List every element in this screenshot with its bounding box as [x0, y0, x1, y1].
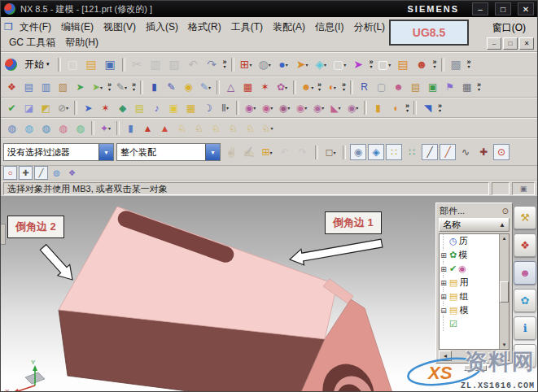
sketch-curve-icon[interactable]: ◩	[37, 99, 55, 116]
rectangle-select-icon[interactable]: ◻▾	[322, 144, 339, 160]
selection-scope-dropdown[interactable]: 整个装配 ▾	[116, 143, 221, 161]
constraint-gear-icon[interactable]: ✿▾	[273, 79, 291, 96]
assembly-navigator-tab[interactable]: ⚒	[514, 206, 536, 229]
synchronous-4-icon[interactable]: ♘	[225, 120, 242, 137]
synchronous-1-icon[interactable]: ♘	[173, 120, 190, 137]
part-navigator-row[interactable]: ⊞✔◉	[443, 262, 499, 276]
announce-horn-icon[interactable]: ◖▾	[323, 79, 340, 96]
snap-point-plus-icon[interactable]: ⊞▾	[259, 144, 275, 160]
chevron-down-icon[interactable]: ▾	[98, 144, 113, 160]
note-doc-icon[interactable]: ▢	[373, 79, 390, 96]
recipe-r-icon[interactable]: R	[356, 79, 373, 96]
cut-icon[interactable]: ✂	[128, 55, 147, 74]
reuse-library-icon[interactable]: ▤	[394, 55, 413, 74]
doc-restore-button[interactable]: □	[503, 37, 518, 50]
menu-analysis[interactable]: 分析(L)	[348, 20, 390, 35]
open-file-icon[interactable]: ▤	[82, 55, 101, 74]
part-navigator-row[interactable]: ⊞▤用	[443, 276, 499, 290]
window-layout-icon[interactable]: ⊞▾	[237, 55, 256, 74]
datum-triangle-icon[interactable]: △	[222, 79, 239, 96]
menu-file[interactable]: 文件(F)	[15, 20, 56, 35]
part-navigator-tab[interactable]: ☻	[514, 261, 536, 285]
new-sheet-icon[interactable]: ▢▾	[375, 55, 394, 74]
part-navigator-row[interactable]: ◷历	[443, 234, 499, 248]
no-selection-filter-icon[interactable]: ⊘▾	[55, 99, 72, 116]
pad-feature-icon[interactable]: ◉▾	[293, 99, 310, 116]
part-navigator-row[interactable]: ☑	[443, 317, 499, 331]
assembly-arrange-icon[interactable]: ➤▾	[89, 79, 106, 96]
name-column-header[interactable]: 名称 ▲	[439, 218, 510, 232]
snap-line1-toggle-icon[interactable]: ╱	[422, 144, 438, 160]
part-navigator-row[interactable]: ⊞▤组	[443, 290, 499, 303]
sweep-brush-icon[interactable]: ✎▾	[197, 79, 214, 96]
overflow-chevron-icon[interactable]: »▾	[477, 82, 481, 92]
user-role-icon[interactable]: ☻	[413, 55, 431, 74]
layer-stack-icon[interactable]: ▤	[407, 79, 424, 96]
select-hand-icon[interactable]: ✍	[241, 144, 257, 160]
snap-sphere-toggle-icon[interactable]: ◉	[350, 144, 366, 160]
prev-selection-icon[interactable]: ↶	[277, 144, 293, 160]
menu-tools[interactable]: 工具(T)	[226, 20, 268, 35]
flask-red1-icon[interactable]: ▲	[139, 120, 156, 137]
line-segment-tool-icon[interactable]: ╱	[34, 166, 48, 180]
start-button[interactable]: 开始▾	[19, 55, 55, 74]
menu-assemblies[interactable]: 装配(A)	[268, 20, 310, 35]
move-component-icon[interactable]: ➤	[72, 79, 89, 96]
expand-icon[interactable]: ⊞	[440, 293, 448, 301]
overflow-chevron-icon[interactable]: »▾	[107, 82, 112, 92]
boss-feature-icon[interactable]: ◉▾	[259, 99, 276, 116]
menu-gc-toolbox[interactable]: GC 工具箱	[4, 35, 60, 50]
sketch-task-icon[interactable]: ◪	[20, 99, 37, 116]
overflow-chevron-icon[interactable]: »▾	[467, 59, 471, 69]
selection-filter-dropdown[interactable]: 没有选择过滤器 ▾	[3, 143, 114, 161]
snap-solid-toggle-icon[interactable]: ◈	[368, 144, 384, 160]
overflow-chevron-icon[interactable]: »▾	[342, 82, 346, 92]
overflow-chevron-icon[interactable]: »▾	[433, 59, 437, 69]
trim-body-icon[interactable]: ◥	[419, 99, 436, 116]
synchronous-5-icon[interactable]: ♘	[242, 120, 259, 137]
part-navigator-row[interactable]: ⊟▤模	[443, 303, 499, 317]
layer-settings-icon[interactable]: ▢▾	[330, 55, 349, 74]
scroll-up-icon[interactable]: ▴	[503, 234, 506, 242]
menu-view[interactable]: 视图(V)	[98, 20, 141, 35]
graphics-viewport[interactable]: Y X 倒角边 2 倒角边 1 部件... ⊙ 名称 ▲ ▴	[1, 196, 537, 391]
pattern-feature-icon[interactable]: ✦▾	[97, 120, 114, 137]
person-add-icon[interactable]: ☻	[390, 79, 407, 96]
open-component-icon[interactable]: ▧	[55, 79, 72, 96]
subtract-boolean-icon[interactable]: ◍	[20, 120, 37, 137]
snap-curve-toggle-icon[interactable]: ∿	[457, 144, 474, 160]
bookmark-flag-icon[interactable]: ⚑	[441, 79, 458, 96]
component-db1-icon[interactable]: ▤	[20, 79, 37, 96]
open-folder-icon[interactable]: ▤	[131, 99, 148, 116]
view-layout-icon[interactable]: ◈▾	[312, 55, 330, 74]
measure-icon[interactable]: ➤	[349, 55, 368, 74]
rendering-style-icon[interactable]: ◍▾	[256, 55, 274, 74]
paste-icon[interactable]: ▨	[165, 55, 184, 74]
sort-ascending-icon[interactable]: ▲	[499, 221, 505, 229]
close-button[interactable]: ✕	[518, 2, 534, 15]
pocket-feature-icon[interactable]: ◉▾	[276, 99, 293, 116]
menu-help[interactable]: 帮助(H)	[60, 35, 103, 50]
internet-explorer-tab[interactable]: ℹ	[514, 316, 536, 340]
datum-disc-icon[interactable]: ◉	[180, 79, 197, 96]
roles-tab[interactable]: ✿	[514, 289, 536, 312]
flask-red2-icon[interactable]: ▲	[156, 120, 173, 137]
music-note-icon[interactable]: ♪	[148, 99, 165, 116]
arc-moon-icon[interactable]: ☽	[199, 99, 217, 116]
overflow-chevron-icon[interactable]: »▾	[317, 82, 321, 92]
synchronous-3-icon[interactable]: ♘	[208, 120, 225, 137]
expand-icon[interactable]: ⊞	[440, 279, 448, 287]
finish-sketch-icon[interactable]: ✔	[3, 99, 20, 116]
constraint-navigator-tab[interactable]: ❖	[514, 233, 536, 257]
thickness-icon[interactable]: ▮	[370, 99, 387, 116]
synchronous-6-icon[interactable]: ♘▾	[259, 120, 276, 137]
grab-hands-icon[interactable]: ✌	[223, 144, 239, 160]
redo-icon[interactable]: ↷	[203, 55, 221, 74]
direct-sketch-icon[interactable]: ➤	[80, 99, 97, 116]
plus-point-tool-icon[interactable]: ✚	[19, 166, 33, 180]
snap-intersection-toggle-icon[interactable]: ✚	[475, 144, 492, 160]
doc-close-button[interactable]: ✕	[519, 37, 534, 50]
overflow-chevron-icon[interactable]: »▾	[405, 103, 409, 113]
overflow-chevron-icon[interactable]: »▾	[370, 59, 374, 69]
command-finder-icon[interactable]: ▩	[447, 55, 466, 74]
